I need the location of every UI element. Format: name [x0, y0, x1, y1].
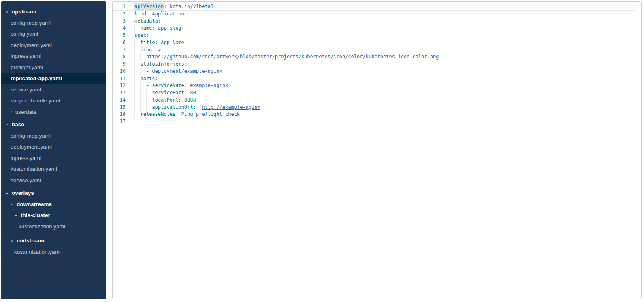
sidebar-file-deployment-yaml[interactable]: deployment.yaml [1, 141, 106, 153]
code-line-content[interactable]: statusInformers: [134, 61, 641, 68]
code-line-content[interactable]: icon: >- [134, 47, 641, 54]
sidebar-file-service-yaml[interactable]: service.yaml [1, 175, 106, 186]
code-line-content[interactable]: servicePort: 80 [134, 89, 641, 97]
code-line[interactable]: 3metadata: [113, 18, 641, 25]
sidebar-file-ingress-yaml[interactable]: ingress.yaml [1, 51, 106, 62]
code-line-content[interactable] [134, 118, 641, 125]
code-line[interactable]: 8 https://github.com/cncf/artwork/blob/m… [113, 53, 641, 61]
code-line-content[interactable]: applicationUrl: 'http://example-nginx' [134, 104, 641, 111]
code-line-content[interactable]: localPort: 8888 [134, 97, 641, 104]
code-line-content[interactable]: - serviceName: example-nginx [134, 82, 641, 89]
chevron-down-icon[interactable]: ⌄ [5, 121, 9, 127]
code-editor[interactable]: 1apiVersion: kots.io/v1beta12kind: Appli… [112, 1, 642, 299]
indent-guide [134, 68, 140, 75]
indent-guide [134, 75, 140, 83]
code-token-key: metadata: [134, 18, 161, 24]
code-line[interactable]: 10 - deployment/example-nginx [113, 68, 641, 75]
code-line[interactable]: 4 name: app-slug [113, 25, 641, 32]
sidebar-folder-overlays[interactable]: ⌄overlays [1, 187, 106, 199]
indent-guide [140, 97, 146, 104]
sidebar-file-preflight-yaml[interactable]: preflight.yaml [1, 62, 106, 73]
editor-scrollbar[interactable] [635, 2, 641, 299]
code-line[interactable]: 2kind: Application [113, 11, 641, 18]
sidebar-file-ingress-yaml[interactable]: ingress.yaml [1, 153, 106, 164]
tree-item-label: midstream [17, 238, 44, 244]
code-line-content[interactable]: kind: Application [134, 11, 641, 18]
line-number: 16 [113, 111, 126, 118]
code-line[interactable]: 11 ports: [113, 75, 641, 83]
code-line[interactable]: 14 localPort: 8888 [113, 97, 641, 104]
code-link[interactable]: https://github.com/cncf/artwork/blob/mas… [146, 54, 439, 60]
sidebar-folder-downstreams[interactable]: ⌄downstreams [1, 199, 106, 210]
chevron-down-icon[interactable]: ⌄ [14, 212, 18, 217]
sidebar-folder-this-cluster[interactable]: ⌄this-cluster [1, 210, 106, 221]
code-line-content[interactable]: releaseNotes: Ping preflight check [134, 111, 641, 118]
file-tree-sidebar: ⌄upstreamconfig-map.yamlconfig.yamldeplo… [1, 1, 106, 299]
line-number: 17 [113, 118, 126, 125]
code-line[interactable]: 12 - serviceName: example-nginx [113, 82, 641, 89]
sidebar-file-kustomization-yaml[interactable]: kustomization.yaml [1, 247, 106, 258]
code-line[interactable]: 17 [113, 118, 641, 125]
code-line-content[interactable]: title: App Name [134, 39, 641, 47]
sidebar-folder-upstream[interactable]: ⌄upstream [1, 6, 106, 17]
sidebar-file-kustomization-yaml[interactable]: kustomization.yaml [1, 221, 106, 232]
code-area[interactable]: 1apiVersion: kots.io/v1beta12kind: Appli… [113, 2, 641, 125]
sidebar-file-support-bundle-yaml[interactable]: support-bundle.yaml [1, 95, 106, 106]
code-line-content[interactable]: name: app-slug [134, 25, 641, 32]
code-line-content[interactable]: apiVersion: kots.io/v1beta1 [134, 3, 641, 11]
sidebar-file-deployment-yaml[interactable]: deployment.yaml [1, 40, 106, 51]
code-line[interactable]: 16 releaseNotes: Ping preflight check [113, 111, 641, 118]
code-token-key: kind: [134, 11, 149, 17]
code-line[interactable]: 9 statusInformers: [113, 61, 641, 68]
code-token-dash: - [146, 83, 152, 88]
line-number: 2 [113, 11, 126, 18]
indent-guide [146, 104, 152, 111]
sidebar-file-config-map-yaml[interactable]: config-map.yaml [1, 17, 106, 29]
sidebar-folder-midstream[interactable]: ⌄midstream [1, 235, 106, 247]
code-token-q: ' [196, 104, 202, 110]
code-line-content[interactable]: metadata: [134, 18, 641, 25]
sidebar-file-kustomization-yaml[interactable]: kustomization.yaml [1, 164, 106, 175]
line-number: 12 [113, 82, 126, 89]
sidebar-file-config-yaml[interactable]: config.yaml [1, 28, 106, 40]
tree-item-label: kustomization.yaml [14, 249, 61, 255]
sidebar-folder-base[interactable]: ⌄base [1, 119, 106, 130]
code-line[interactable]: 13 servicePort: 80 [113, 89, 641, 97]
indent-guide [134, 111, 140, 118]
code-token-val: >- [155, 47, 164, 53]
tree-item-label: config-map.yaml [11, 20, 51, 26]
tree-item-label: replicated-app.yaml [11, 75, 62, 81]
code-line[interactable]: 5spec: [113, 32, 641, 39]
chevron-down-icon[interactable]: ⌄ [10, 237, 14, 243]
sidebar-file-userdata[interactable]: ›userdata [1, 106, 106, 118]
code-token-dash: - [146, 68, 152, 74]
indent-guide [140, 104, 146, 111]
code-line[interactable]: 6 title: App Name [113, 39, 641, 47]
code-line-content[interactable]: - deployment/example-nginx [134, 68, 641, 75]
chevron-down-icon[interactable]: ⌄ [5, 8, 9, 14]
code-token-val: app-slug [155, 25, 181, 31]
line-number: 7 [113, 47, 126, 54]
sidebar-file-config-map-yaml[interactable]: config-map.yaml [1, 130, 106, 142]
sidebar-file-replicated-app-yaml[interactable]: replicated-app.yaml [1, 73, 106, 84]
code-token-num: 8888 [181, 97, 196, 103]
code-line-content[interactable]: spec: [134, 32, 641, 39]
tree-item-label: config-map.yaml [11, 133, 51, 139]
chevron-down-icon[interactable]: ⌄ [10, 200, 14, 206]
code-line[interactable]: 7 icon: >- [113, 47, 641, 54]
indent-guide [140, 89, 146, 97]
code-line[interactable]: 15 applicationUrl: 'http://example-nginx… [113, 104, 641, 111]
tree-item-label: overlays [12, 190, 34, 196]
code-line[interactable]: 1apiVersion: kots.io/v1beta1 [113, 3, 641, 11]
code-link[interactable]: http://example-nginx [202, 104, 260, 110]
indent-guide [134, 53, 140, 61]
tree-item-label: ingress.yaml [11, 155, 41, 161]
chevron-right-icon[interactable]: › [11, 108, 13, 114]
code-line-content[interactable]: https://github.com/cncf/artwork/blob/mas… [134, 53, 641, 61]
code-token-val: Ping preflight check [178, 111, 240, 117]
chevron-down-icon[interactable]: ⌄ [5, 189, 9, 195]
code-line-content[interactable]: ports: [134, 75, 641, 83]
sidebar-file-service-yaml[interactable]: service.yaml [1, 84, 106, 96]
code-token-key: statusInformers: [140, 61, 187, 67]
tree-item-label: config.yaml [11, 31, 38, 37]
